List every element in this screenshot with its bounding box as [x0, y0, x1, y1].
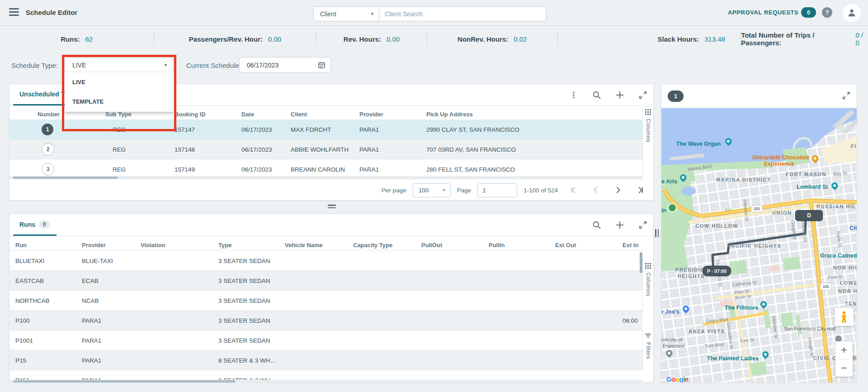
vertical-splitter-handle[interactable]: [655, 229, 659, 237]
approval-count-badge: 0: [801, 7, 816, 18]
shopping-poi-pin[interactable]: [681, 304, 690, 313]
zoom-out-button[interactable]: −: [835, 359, 853, 377]
add-icon[interactable]: [615, 220, 625, 230]
user-avatar[interactable]: [843, 4, 861, 22]
col-type[interactable]: Type: [218, 241, 231, 248]
row-number-badge: 2: [42, 143, 54, 156]
current-schedule-date-input[interactable]: 06/17/2023: [239, 57, 331, 73]
map-canvas[interactable]: D P - 07:00 101 101 MARINA DISTRICT FORT…: [661, 108, 857, 382]
col-provider[interactable]: Provider: [82, 241, 106, 248]
trip-row[interactable]: 3 REG 157149 06/17/2023 BREANN CAROLIN P…: [9, 159, 642, 176]
run-row[interactable]: P151 PARA1 8 SEATER & 3 WH…: [9, 370, 642, 380]
dropdown-option-template[interactable]: TEMPLATE: [65, 92, 174, 111]
more-options-icon[interactable]: [569, 90, 579, 100]
per-page-select[interactable]: 100▼: [413, 183, 451, 197]
map-label-lombard-st: Lombard St: [797, 184, 828, 190]
camera-poi-pin[interactable]: [724, 137, 733, 146]
col-run[interactable]: Run: [15, 241, 27, 248]
client-search-input[interactable]: [379, 6, 546, 21]
col-est-out[interactable]: Est Out: [555, 241, 576, 248]
grid-icon: [645, 263, 651, 269]
park-poi-pin[interactable]: [668, 203, 677, 212]
cell-sub-type: REG: [113, 146, 126, 153]
run-row[interactable]: BLUETAXI BLUE-TAXI 3 SEATER SEDAN: [9, 251, 642, 271]
client-filter-select[interactable]: Client ▼: [313, 6, 379, 21]
page-title: Schedule Editor: [26, 9, 77, 16]
run-row[interactable]: P1001 PARA1 3 SEATER SEDAN: [9, 330, 642, 350]
run-row[interactable]: NORTHCAB NCAB 3 SEATER SEDAN: [9, 291, 642, 311]
schedule-type-select[interactable]: LIVE ▼: [65, 57, 174, 73]
filters-side-tab[interactable]: Filters: [642, 330, 653, 371]
dropdown-option-live[interactable]: LIVE: [65, 72, 174, 92]
landmark-poi-pin[interactable]: [761, 350, 770, 359]
cell-date: 06/17/2023: [241, 146, 272, 153]
trip-row[interactable]: 2 REG 157148 06/17/2023 ABBIE WOHLFARTH …: [9, 139, 642, 159]
zoom-in-button[interactable]: +: [835, 341, 853, 359]
city-hall-poi-pin[interactable]: [834, 335, 843, 343]
cell-run: P1001: [15, 337, 33, 344]
previous-page-icon[interactable]: [591, 185, 601, 195]
run-row[interactable]: EASTCAB ECAB 3 SEATER SEDAN: [9, 271, 642, 291]
col-number[interactable]: Number: [38, 111, 60, 118]
restaurant-poi-pin[interactable]: [811, 154, 820, 163]
approval-requests-link[interactable]: APPROVAL REQUESTS: [728, 9, 798, 16]
horizontal-scrollbar[interactable]: [9, 380, 642, 383]
stat-item: Passengers/Rev. Hour: 0.00: [154, 32, 317, 46]
calendar-icon: [318, 62, 325, 68]
col-pullout[interactable]: PullOut: [421, 241, 442, 248]
columns-side-tab[interactable]: Columns: [642, 105, 653, 179]
run-row[interactable]: P100 PARA1 3 SEATER SEDAN 06:00: [9, 311, 642, 330]
expand-icon[interactable]: [638, 90, 648, 100]
first-page-icon[interactable]: [569, 185, 579, 195]
cell-provider: PARA1: [82, 317, 101, 324]
university-poi-pin[interactable]: [665, 349, 674, 358]
menu-icon[interactable]: [9, 8, 20, 17]
col-provider[interactable]: Provider: [359, 111, 383, 118]
map-label-anza-vista: ANZA VISTA: [689, 329, 725, 334]
expand-icon[interactable]: [841, 91, 851, 100]
map-label-university: Francisco: [663, 343, 684, 349]
stat-value: 0.02: [514, 35, 527, 43]
cell-date: 06/17/2023: [241, 126, 272, 133]
col-booking-id[interactable]: Booking ID: [175, 111, 206, 118]
next-page-icon[interactable]: [613, 185, 623, 195]
col-pullin[interactable]: PullIn: [489, 241, 505, 248]
per-page-value: 100: [419, 187, 429, 194]
museum-poi-pin[interactable]: [679, 173, 688, 182]
horizontal-splitter-handle[interactable]: [328, 205, 336, 210]
theater-poi-pin[interactable]: [759, 300, 768, 309]
run-row[interactable]: P15 PARA1 8 SEATER & 3 WH…: [9, 350, 642, 370]
map-header: 1: [661, 84, 857, 108]
scrollbar-thumb[interactable]: [13, 177, 118, 179]
scrollbar-thumb[interactable]: [13, 380, 236, 382]
pickup-badge[interactable]: P - 07:00: [703, 266, 731, 276]
col-capacity-type[interactable]: Capacity Type: [353, 241, 392, 248]
street-label-pine-st: Pine St: [735, 288, 750, 295]
pegman-control[interactable]: [835, 308, 854, 326]
col-date[interactable]: Date: [241, 111, 254, 118]
col-pickup-address[interactable]: Pick Up Address: [426, 111, 473, 118]
stat-item: NonRev. Hours: 0.02: [427, 32, 558, 46]
add-icon[interactable]: [615, 90, 625, 100]
dropoff-badge[interactable]: D: [795, 210, 823, 221]
tab-runs[interactable]: Runs 0: [13, 214, 57, 236]
columns-side-tab[interactable]: Columns: [642, 259, 653, 314]
expand-icon[interactable]: [638, 220, 648, 230]
cell-type: 3 SEATER SEDAN: [218, 337, 270, 344]
trip-row[interactable]: 1 REG 157147 06/17/2023 MAX FORCHT PARA1…: [9, 120, 642, 139]
help-icon[interactable]: ?: [822, 7, 832, 18]
last-page-icon[interactable]: [635, 185, 645, 195]
col-vehicle-name[interactable]: Vehicle Name: [285, 241, 323, 248]
col-client[interactable]: Client: [291, 111, 307, 118]
cell-provider: PARA1: [82, 377, 101, 380]
map-label-in-fragment: in: [661, 207, 666, 214]
search-icon[interactable]: [592, 90, 602, 100]
col-violation[interactable]: Violation: [141, 241, 165, 248]
cell-client: ABBIE WOHLFARTH: [291, 146, 349, 153]
page-input[interactable]: [477, 183, 517, 197]
map-label-city-hall: San Francisco City Hall: [784, 326, 835, 331]
col-est-in[interactable]: Est In: [623, 241, 638, 248]
search-icon[interactable]: [592, 220, 602, 230]
horizontal-scrollbar[interactable]: [9, 176, 642, 179]
church-poi-pin[interactable]: [830, 181, 839, 190]
